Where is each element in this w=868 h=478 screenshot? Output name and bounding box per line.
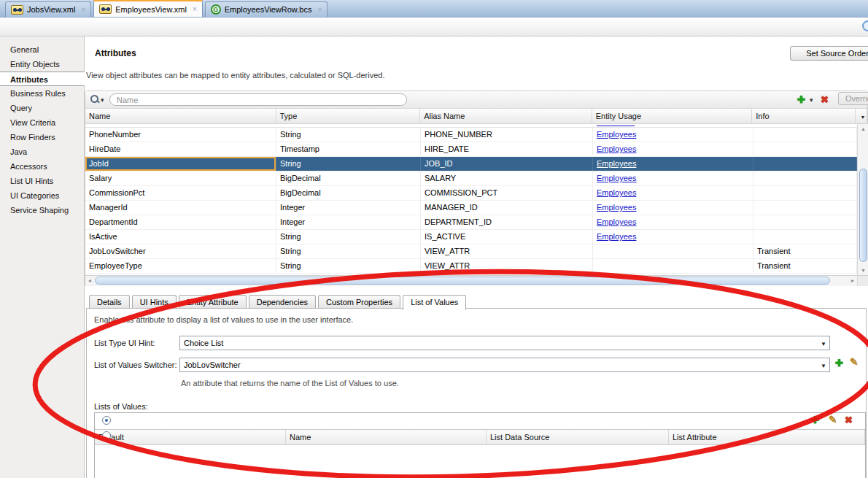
sidebar-item[interactable]: Business Rules: [0, 86, 84, 101]
column-header-list-data-source[interactable]: List Data Source: [487, 430, 669, 444]
tab-employeesview[interactable]: EmployeesView.xml: [93, 0, 202, 17]
entity-usage-link[interactable]: Employees: [597, 188, 636, 197]
vertical-scroll-thumb[interactable]: [859, 169, 867, 262]
detail-tab[interactable]: UI Hints: [132, 295, 177, 309]
column-header-default[interactable]: Default: [95, 430, 286, 444]
sidebar-item[interactable]: Accessors: [0, 159, 84, 174]
detail-tab[interactable]: List of Values: [403, 295, 466, 310]
view-object-icon: [11, 5, 23, 15]
sidebar-item[interactable]: UI Categories: [0, 188, 84, 203]
vertical-scrollbar[interactable]: [857, 124, 868, 275]
edit-switcher-icon[interactable]: [850, 356, 859, 368]
scroll-down-icon[interactable]: [858, 266, 868, 274]
entity-usage-link[interactable]: Employees: [597, 203, 636, 212]
cell-name: PhoneNumber: [85, 128, 276, 142]
sidebar-item[interactable]: Java: [0, 144, 84, 159]
search-options-caret-icon[interactable]: [101, 95, 104, 104]
add-attribute-icon[interactable]: [797, 94, 805, 105]
table-row[interactable]: PhoneNumber String PHONE_NUMBER Employee…: [85, 128, 857, 142]
close-icon[interactable]: [81, 6, 85, 14]
list-type-dropdown[interactable]: Choice List: [179, 336, 830, 350]
detail-tab[interactable]: Dependencies: [249, 295, 316, 309]
entity-usage-link[interactable]: Employees: [597, 144, 636, 153]
edit-lov-icon[interactable]: [829, 414, 837, 425]
column-header-info[interactable]: Info: [752, 109, 856, 123]
add-switcher-icon[interactable]: [835, 358, 843, 369]
column-header-name[interactable]: Name: [286, 430, 487, 444]
cell-info: [753, 157, 857, 171]
cell-info: Transient: [753, 259, 857, 273]
cell-type: String: [276, 244, 421, 258]
sidebar-item[interactable]: View Criteria: [0, 115, 84, 130]
cell-info: [753, 128, 857, 142]
cell-info: [753, 215, 857, 229]
entity-usage-link[interactable]: Employees: [597, 174, 636, 182]
column-header-type[interactable]: Type: [276, 109, 421, 123]
table-row[interactable]: ManagerId Integer MANAGER_ID Employees: [85, 201, 857, 215]
table-row[interactable]: JobId String JOB_ID Employees: [85, 157, 857, 171]
entity-usage-link[interactable]: Employees: [597, 232, 636, 241]
scroll-left-icon[interactable]: [85, 276, 94, 286]
column-header-list-attribute[interactable]: List Attribute: [669, 430, 865, 444]
delete-attribute-icon[interactable]: [821, 94, 829, 105]
cell-alias-name: VIEW_ATTR: [421, 259, 593, 273]
entity-usage-link[interactable]: Employees: [597, 217, 636, 226]
column-header-entity-usage[interactable]: Entity Usage: [592, 109, 753, 123]
scroll-up-icon[interactable]: [858, 125, 868, 133]
column-header-name[interactable]: Name: [85, 109, 276, 123]
add-options-caret-icon[interactable]: [810, 95, 813, 104]
table-row[interactable]: EmployeeType String VIEW_ATTR Transient: [85, 259, 857, 274]
lov-switcher-dropdown[interactable]: JobLovSwitcher: [179, 358, 830, 372]
horizontal-scrollbar[interactable]: [85, 275, 857, 286]
cell-alias-name: MANAGER_ID: [421, 201, 593, 215]
cell-name: ManagerId: [85, 201, 276, 215]
table-row[interactable]: JobLovSwitcher String VIEW_ATTR Transien…: [85, 244, 857, 259]
detail-tab[interactable]: Entity Attribute: [179, 295, 247, 309]
sidebar-item[interactable]: Query: [0, 101, 84, 115]
set-source-order-button[interactable]: Set Source Order: [790, 46, 868, 61]
default-radio[interactable]: [102, 431, 111, 440]
table-row[interactable]: HireDate Timestamp HIRE_DATE Employees: [85, 142, 857, 157]
column-menu-caret-icon[interactable]: [856, 109, 867, 123]
clipped-toolbar-icon[interactable]: [862, 20, 868, 31]
search-input[interactable]: [109, 93, 407, 106]
sidebar-item[interactable]: General: [0, 42, 84, 57]
editor-section-nav: General Entity Objects Attributes Busine…: [0, 36, 85, 478]
sidebar-item[interactable]: Row Finders: [0, 130, 84, 144]
cell-alias-name: SALARY: [421, 171, 593, 185]
sidebar-item[interactable]: Attributes: [0, 72, 85, 86]
table-row[interactable]: DepartmentId Integer DEPARTMENT_ID Emplo…: [85, 215, 857, 230]
sidebar-item[interactable]: Entity Objects: [0, 57, 84, 72]
entity-usage-link[interactable]: Employees: [597, 159, 636, 168]
entity-usage-link[interactable]: Employees: [597, 130, 636, 139]
tab-jobsview[interactable]: JobsView.xml: [5, 1, 91, 17]
add-lov-icon[interactable]: [811, 415, 819, 425]
cell-type: BigDecimal: [276, 171, 421, 185]
cell-alias-name: PHONE_NUMBER: [421, 128, 593, 142]
default-radio[interactable]: [102, 416, 111, 425]
cell-type: String: [276, 128, 421, 142]
close-icon[interactable]: [193, 5, 197, 13]
table-row[interactable]: CommissionPct BigDecimal COMMISSION_PCT …: [85, 186, 857, 201]
table-row[interactable]: Salary BigDecimal SALARY Employees: [85, 171, 857, 186]
close-icon[interactable]: [317, 6, 322, 14]
document-tab-bar: JobsView.xml EmployeesView.xml Employees…: [0, 0, 868, 18]
table-row[interactable]: IsActive String IS_ACTIVE Employees: [85, 230, 857, 244]
table-search-bar: Override: [85, 91, 867, 109]
scroll-right-icon[interactable]: [848, 276, 857, 286]
horizontal-scroll-thumb[interactable]: [95, 277, 830, 285]
tab-employeesviewrow[interactable]: EmployeesViewRow.bcs: [205, 1, 328, 17]
view-object-icon: [99, 4, 112, 14]
delete-lov-icon[interactable]: [845, 415, 853, 425]
search-icon[interactable]: [90, 95, 99, 104]
sidebar-item[interactable]: List UI Hints: [0, 174, 84, 188]
cell-name: DepartmentId: [85, 215, 276, 229]
override-button[interactable]: Override: [838, 92, 868, 105]
detail-tab-bar: Details UI Hints Entity Attribute Depend…: [89, 294, 468, 309]
detail-tab[interactable]: Custom Properties: [318, 295, 400, 309]
detail-tab[interactable]: Details: [89, 295, 130, 309]
sidebar-item[interactable]: Service Shaping: [0, 203, 84, 217]
dropdown-value: JobLovSwitcher: [180, 361, 818, 369]
cell-info: [753, 186, 857, 200]
column-header-alias[interactable]: Alias Name: [420, 109, 592, 123]
